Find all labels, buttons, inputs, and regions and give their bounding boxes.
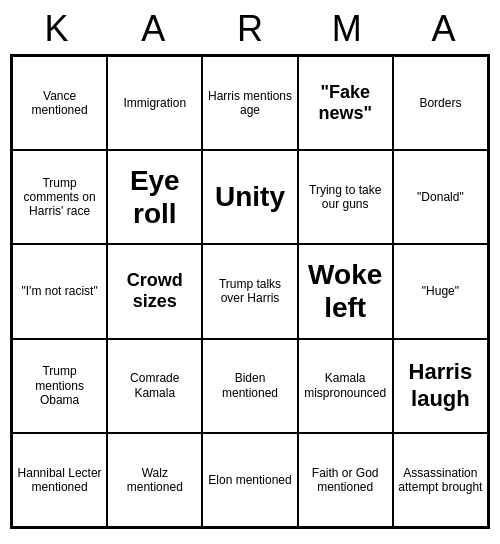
title-row: K A R M A [8, 8, 492, 50]
bingo-cell-16[interactable]: Comrade Kamala [107, 339, 202, 433]
bingo-cell-6[interactable]: Eye roll [107, 150, 202, 244]
bingo-cell-12[interactable]: Trump talks over Harris [202, 244, 297, 338]
bingo-grid: Vance mentionedImmigrationHarris mention… [10, 54, 490, 529]
title-letter-r: R [206, 8, 294, 50]
title-letter-a2: A [400, 8, 488, 50]
title-letter-k: K [12, 8, 100, 50]
bingo-cell-2[interactable]: Harris mentions age [202, 56, 297, 150]
bingo-cell-15[interactable]: Trump mentions Obama [12, 339, 107, 433]
bingo-cell-8[interactable]: Trying to take our guns [298, 150, 393, 244]
bingo-cell-1[interactable]: Immigration [107, 56, 202, 150]
bingo-cell-17[interactable]: Biden mentioned [202, 339, 297, 433]
bingo-cell-9[interactable]: "Donald" [393, 150, 488, 244]
bingo-cell-22[interactable]: Elon mentioned [202, 433, 297, 527]
bingo-cell-11[interactable]: Crowd sizes [107, 244, 202, 338]
bingo-cell-23[interactable]: Faith or God mentioned [298, 433, 393, 527]
bingo-cell-21[interactable]: Walz mentioned [107, 433, 202, 527]
bingo-cell-4[interactable]: Borders [393, 56, 488, 150]
bingo-cell-13[interactable]: Woke left [298, 244, 393, 338]
bingo-cell-0[interactable]: Vance mentioned [12, 56, 107, 150]
title-letter-m: M [303, 8, 391, 50]
bingo-cell-3[interactable]: "Fake news" [298, 56, 393, 150]
bingo-cell-18[interactable]: Kamala mispronounced [298, 339, 393, 433]
bingo-cell-10[interactable]: "I'm not racist" [12, 244, 107, 338]
bingo-cell-20[interactable]: Hannibal Lecter mentioned [12, 433, 107, 527]
bingo-cell-19[interactable]: Harris laugh [393, 339, 488, 433]
bingo-cell-5[interactable]: Trump comments on Harris' race [12, 150, 107, 244]
bingo-cell-7[interactable]: Unity [202, 150, 297, 244]
bingo-cell-14[interactable]: "Huge" [393, 244, 488, 338]
title-letter-a1: A [109, 8, 197, 50]
bingo-cell-24[interactable]: Assassination attempt brought [393, 433, 488, 527]
